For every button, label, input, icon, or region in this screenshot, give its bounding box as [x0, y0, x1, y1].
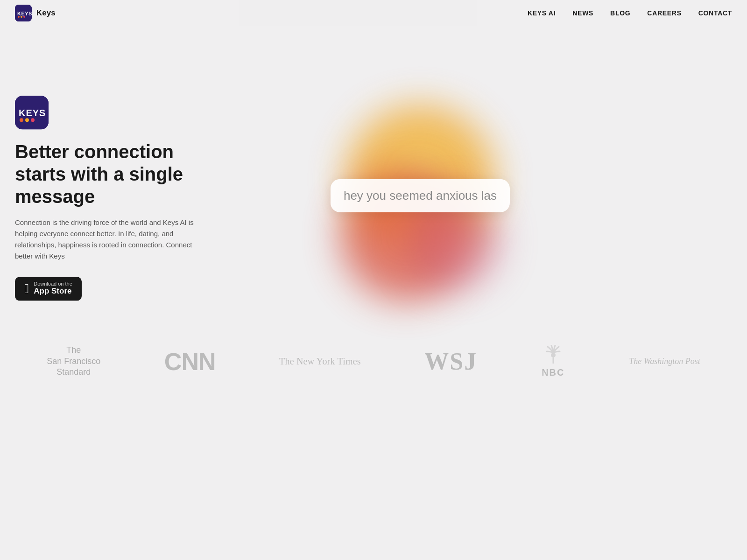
hero-body-text: Connection is the driving force of the w…	[15, 217, 211, 262]
hero-headline: Better connection starts with a single m…	[15, 140, 211, 208]
svg-point-8	[25, 118, 29, 122]
app-store-btn-text: Download on the App Store	[34, 281, 72, 296]
press-logo-wsj: WSJ	[424, 348, 477, 375]
keys-logo-svg: KEYS	[15, 5, 32, 21]
svg-point-2	[18, 16, 20, 18]
hero-section: KEYS Better connection starts with a sin…	[0, 0, 747, 397]
svg-point-4	[23, 16, 25, 18]
press-logo-nbc: NBC	[541, 345, 565, 378]
nbc-text: NBC	[542, 367, 564, 378]
nav-logo-label: Keys	[36, 8, 56, 18]
svg-point-9	[31, 118, 35, 122]
nav-logo-icon: KEYS	[15, 5, 32, 21]
svg-text:KEYS: KEYS	[19, 108, 46, 118]
press-section: TheSan FranciscoStandard CNN The New Yor…	[0, 326, 747, 397]
nbc-peacock-icon	[541, 345, 565, 365]
message-bubble: hey you seemed anxious las	[331, 179, 510, 212]
nav-logo[interactable]: KEYS Keys	[15, 5, 56, 21]
press-logo-nyt: The New York Times	[279, 356, 361, 367]
press-logo-cnn: CNN	[164, 348, 216, 376]
nav-links: KEYS AI NEWS BLOG CAREERS CONTACT	[528, 9, 732, 17]
app-store-button[interactable]:  Download on the App Store	[15, 277, 82, 301]
hero-app-icon: KEYS	[15, 96, 49, 129]
navbar: KEYS Keys KEYS AI NEWS BLOG CAREERS CONT…	[0, 0, 747, 26]
apple-icon: 	[24, 282, 29, 295]
hero-app-icon-svg: KEYS	[15, 96, 49, 129]
nav-link-news[interactable]: NEWS	[572, 9, 593, 17]
hero-left-content: KEYS Better connection starts with a sin…	[15, 96, 211, 301]
svg-point-7	[20, 118, 23, 122]
app-store-sub-label: Download on the	[34, 281, 72, 287]
svg-text:KEYS: KEYS	[17, 11, 32, 16]
app-store-main-label: App Store	[34, 287, 72, 296]
svg-point-3	[21, 16, 22, 18]
hero-orb-container: hey you seemed anxious las	[303, 82, 537, 315]
nav-link-contact[interactable]: CONTACT	[698, 9, 732, 17]
nav-link-blog[interactable]: BLOG	[610, 9, 630, 17]
nav-link-keys-ai[interactable]: KEYS AI	[528, 9, 556, 17]
press-logo-sf-standard: TheSan FranciscoStandard	[47, 345, 100, 378]
press-logo-wapo: The Washington Post	[629, 357, 700, 366]
nav-link-careers[interactable]: CAREERS	[647, 9, 681, 17]
